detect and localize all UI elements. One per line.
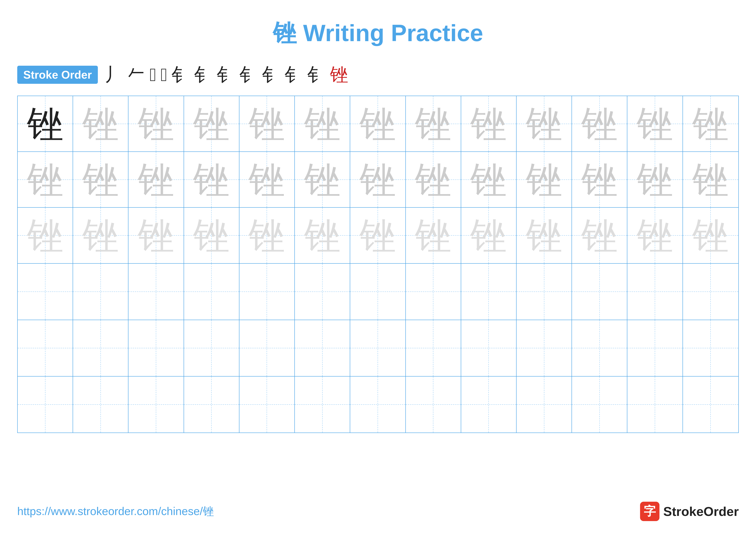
char-guide: 锉: [249, 106, 285, 142]
stroke-5: 钅: [172, 62, 190, 87]
char-guide: 锉: [249, 161, 285, 198]
grid-cell-5-12[interactable]: [627, 320, 683, 376]
stroke-8: 钅: [239, 62, 258, 87]
grid-row-1: 锉 锉 锉 锉 锉 锉 锉 锉 锉 锉 锉 锉: [18, 96, 738, 152]
grid-cell-5-4[interactable]: [184, 320, 239, 376]
char-guide-faint: 锉: [526, 217, 562, 254]
grid-cell-6-9[interactable]: [461, 376, 517, 433]
grid-cell-3-6: 锉: [295, 208, 350, 263]
stroke-order-badge: Stroke Order: [17, 66, 98, 84]
grid-cell-6-1[interactable]: [18, 376, 73, 433]
grid-cell-4-10[interactable]: [517, 264, 572, 320]
grid-cell-2-4: 锉: [184, 152, 239, 207]
logo-icon: 字: [640, 502, 660, 521]
stroke-2: 𠂉: [127, 64, 145, 85]
grid-cell-1-2: 锉: [73, 96, 128, 151]
char-guide: 锉: [360, 161, 396, 198]
grid-cell-5-5[interactable]: [239, 320, 295, 376]
grid-cell-5-7[interactable]: [350, 320, 406, 376]
char-guide: 锉: [193, 106, 230, 142]
char-guide-faint: 锉: [581, 217, 618, 254]
char-guide: 锉: [636, 161, 673, 198]
grid-cell-6-13[interactable]: [683, 376, 738, 433]
grid-cell-2-9: 锉: [461, 152, 517, 207]
grid-cell-2-11: 锉: [572, 152, 627, 207]
grid-cell-4-1[interactable]: [18, 264, 73, 320]
grid-cell-2-10: 锉: [517, 152, 572, 207]
grid-cell-5-11[interactable]: [572, 320, 627, 376]
char-guide: 锉: [82, 106, 119, 142]
grid-cell-4-3[interactable]: [128, 264, 184, 320]
grid-cell-1-6: 锉: [295, 96, 350, 151]
grid-cell-5-6[interactable]: [295, 320, 350, 376]
grid-cell-1-12: 锉: [627, 96, 683, 151]
grid-cell-1-4: 锉: [184, 96, 239, 151]
grid-cell-6-5[interactable]: [239, 376, 295, 433]
char-guide: 锉: [138, 106, 174, 142]
grid-cell-4-12[interactable]: [627, 264, 683, 320]
stroke-11: 钅: [307, 62, 326, 87]
grid-cell-6-10[interactable]: [517, 376, 572, 433]
grid-cell-4-11[interactable]: [572, 264, 627, 320]
grid-cell-4-4[interactable]: [184, 264, 239, 320]
grid-cell-2-8: 锉: [406, 152, 461, 207]
footer-url[interactable]: https://www.strokeorder.com/chinese/锉: [17, 504, 214, 519]
char-guide-faint: 锉: [193, 217, 230, 254]
char-guide-faint: 锉: [82, 217, 119, 254]
grid-cell-6-7[interactable]: [350, 376, 406, 433]
char-guide: 锉: [82, 161, 119, 198]
footer: https://www.strokeorder.com/chinese/锉 字 …: [17, 502, 739, 521]
char-guide-faint: 锉: [415, 217, 451, 254]
grid-cell-5-10[interactable]: [517, 320, 572, 376]
footer-logo: 字 StrokeOrder: [640, 502, 739, 521]
grid-cell-4-13[interactable]: [683, 264, 738, 320]
grid-cell-6-12[interactable]: [627, 376, 683, 433]
grid-cell-3-12: 锉: [627, 208, 683, 263]
grid-cell-6-6[interactable]: [295, 376, 350, 433]
char-guide-faint: 锉: [692, 217, 729, 254]
grid-cell-2-6: 锉: [295, 152, 350, 207]
char-guide: 锉: [581, 161, 618, 198]
grid-cell-6-3[interactable]: [128, 376, 184, 433]
grid-cell-2-2: 锉: [73, 152, 128, 207]
grid-cell-1-11: 锉: [572, 96, 627, 151]
grid-cell-4-7[interactable]: [350, 264, 406, 320]
grid-cell-5-13[interactable]: [683, 320, 738, 376]
char-guide: 锉: [415, 106, 451, 142]
stroke-4: 𠄌: [161, 64, 167, 85]
grid-cell-4-2[interactable]: [73, 264, 128, 320]
char-guide: 锉: [526, 161, 562, 198]
char-guide: 锉: [526, 106, 562, 142]
grid-cell-4-6[interactable]: [295, 264, 350, 320]
char-guide: 锉: [470, 106, 507, 142]
grid-cell-5-9[interactable]: [461, 320, 517, 376]
grid-cell-4-5[interactable]: [239, 264, 295, 320]
title-text: Writing Practice: [303, 20, 483, 46]
grid-cell-6-2[interactable]: [73, 376, 128, 433]
grid-cell-5-1[interactable]: [18, 320, 73, 376]
grid-cell-1-9: 锉: [461, 96, 517, 151]
char-solid: 锉: [27, 106, 64, 142]
grid-cell-1-1: 锉: [18, 96, 73, 151]
writing-grid: 锉 锉 锉 锉 锉 锉 锉 锉 锉 锉 锉 锉: [17, 96, 739, 433]
grid-cell-2-1: 锉: [18, 152, 73, 207]
grid-cell-5-3[interactable]: [128, 320, 184, 376]
grid-cell-6-8[interactable]: [406, 376, 461, 433]
grid-cell-6-11[interactable]: [572, 376, 627, 433]
grid-cell-5-8[interactable]: [406, 320, 461, 376]
grid-cell-4-8[interactable]: [406, 264, 461, 320]
grid-cell-6-4[interactable]: [184, 376, 239, 433]
char-guide: 锉: [692, 161, 729, 198]
grid-cell-3-7: 锉: [350, 208, 406, 263]
grid-cell-1-8: 锉: [406, 96, 461, 151]
grid-cell-3-13: 锉: [683, 208, 738, 263]
grid-row-2: 锉 锉 锉 锉 锉 锉 锉 锉 锉 锉 锉 锉: [18, 152, 738, 208]
grid-cell-3-11: 锉: [572, 208, 627, 263]
grid-cell-4-9[interactable]: [461, 264, 517, 320]
grid-cell-1-3: 锉: [128, 96, 184, 151]
title-chinese-char: 锉: [273, 20, 297, 46]
char-guide: 锉: [304, 161, 341, 198]
grid-cell-3-10: 锉: [517, 208, 572, 263]
grid-cell-5-2[interactable]: [73, 320, 128, 376]
char-guide: 锉: [581, 106, 618, 142]
